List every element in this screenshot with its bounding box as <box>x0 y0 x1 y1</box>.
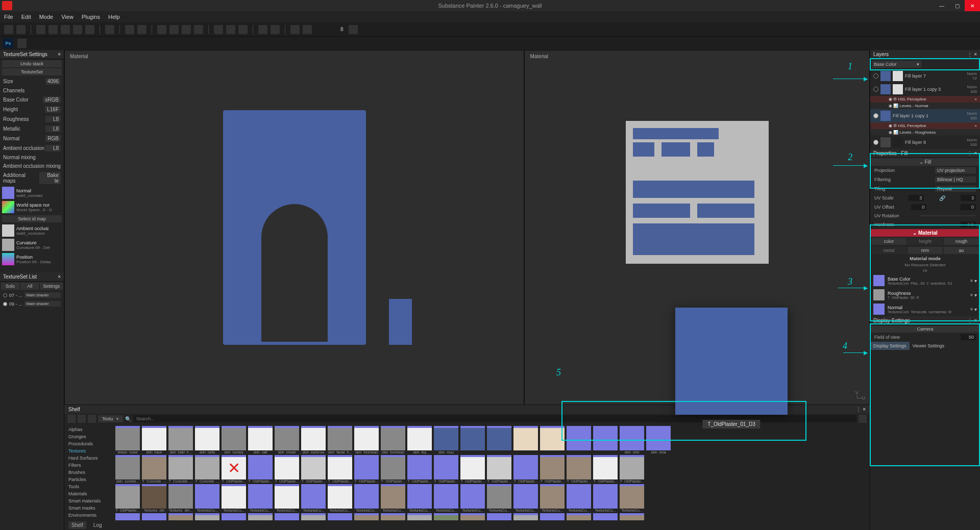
tool-smudge-icon[interactable] <box>61 25 70 34</box>
tool-eraser-icon[interactable] <box>16 25 26 34</box>
shelf-item[interactable] <box>619 513 645 520</box>
shelf-item[interactable] <box>274 513 300 520</box>
shelf-item[interactable]: sheen_noise <box>115 426 140 454</box>
projection-select[interactable]: UV projection <box>935 167 976 173</box>
texset-07[interactable]: 07 - ...Main shader <box>0 291 64 299</box>
tool-polygon-icon[interactable] <box>105 25 114 34</box>
shelf-item[interactable]: skin_calf <box>248 426 273 454</box>
shelf-import-icon[interactable] <box>78 415 86 423</box>
cat-materials[interactable]: Materials <box>66 490 111 497</box>
shelf-item[interactable] <box>593 513 618 520</box>
tool-pick-icon[interactable] <box>137 25 146 34</box>
shelf-item[interactable]: ✕T_OldPlaster... <box>221 455 247 483</box>
shelf-item[interactable] <box>115 513 140 520</box>
shelf-item[interactable] <box>168 513 193 520</box>
shelf-item[interactable]: skin_bald_h... <box>168 426 193 454</box>
shelf-item[interactable]: TexturesCo... <box>460 484 485 512</box>
bake-button[interactable]: Bake te <box>39 172 61 184</box>
layer-fill7[interactable]: Fill layer 7Norm72 <box>870 69 980 83</box>
uvscale-y-input[interactable]: 3 <box>961 195 976 201</box>
camera-section[interactable]: Camera <box>870 325 980 333</box>
layer-effect-icon[interactable] <box>955 61 962 68</box>
cat-smartmat[interactable]: Smart materials <box>66 497 111 504</box>
material-header[interactable]: ⌄ Material <box>870 229 980 237</box>
shelf-item[interactable]: skin_eyebrow <box>301 426 326 454</box>
shelf-item[interactable]: TexturesCo... <box>407 484 432 512</box>
shelf-item[interactable]: T_OldPlaster... <box>460 455 485 483</box>
uvrotation-slider[interactable] <box>920 215 976 216</box>
tool-display-icon[interactable] <box>258 25 267 34</box>
shelf-item[interactable]: skin_forehead <box>380 426 406 454</box>
texset-09[interactable]: 09 - ...Main shader <box>0 299 64 308</box>
tool-symmetry-icon[interactable] <box>125 25 134 34</box>
shelf-item[interactable]: skin_bumpy <box>221 426 247 454</box>
mat-height-button[interactable]: height <box>908 238 943 245</box>
ao-mixing-label[interactable]: Ambient occlusion mixing <box>3 163 61 169</box>
cat-particles[interactable]: Particles <box>66 476 111 483</box>
shelf-item[interactable]: T_OldPlaster... <box>486 455 512 483</box>
tool-brushprev-icon[interactable] <box>349 25 358 34</box>
shelf-menu-icon[interactable]: ⋮ × <box>856 407 866 412</box>
cat-filters[interactable]: Filters <box>66 462 111 469</box>
mat-rough-button[interactable]: rough <box>944 238 979 245</box>
shelf-item[interactable]: TexturesCo... <box>380 484 406 512</box>
layer-dup-icon[interactable] <box>963 61 970 68</box>
shelf-item[interactable]: T_OldPlaster... <box>327 455 353 483</box>
shelf-item[interactable] <box>540 426 565 454</box>
menu-view[interactable]: View <box>61 14 74 20</box>
tool-iray-icon[interactable] <box>214 25 223 34</box>
menu-mode[interactable]: Mode <box>39 14 54 20</box>
slot-roughness[interactable]: RoughnessT_OldPlaster_00_R× ▾ <box>870 288 980 302</box>
shelf-item[interactable]: T_OldPlaster... <box>380 455 406 483</box>
layer-mask-icon[interactable] <box>939 61 946 68</box>
shelf-item[interactable] <box>433 513 459 520</box>
shelf-item[interactable]: T_OldPlaster... <box>115 484 140 512</box>
shelf-item[interactable] <box>407 513 432 520</box>
cat-textures[interactable]: Textures <box>66 447 111 455</box>
tab-shelf[interactable]: Shelf <box>68 521 86 529</box>
uvscale-x-input[interactable]: 3 <box>909 195 924 201</box>
tool-view2-icon[interactable] <box>238 25 248 34</box>
shelf-item[interactable]: TexturesCo... <box>566 484 592 512</box>
ch-metallic[interactable]: Metallic <box>3 126 20 132</box>
cat-brushes[interactable]: Brushes <box>66 469 111 476</box>
shelf-item[interactable]: T_OldPlaster... <box>593 455 618 483</box>
shelf-item[interactable] <box>354 513 379 520</box>
shelf-item[interactable] <box>513 426 538 454</box>
layer-fill-icon[interactable] <box>930 61 938 68</box>
settings-button[interactable]: Settings <box>40 283 63 290</box>
ch-normal[interactable]: Normal <box>3 136 19 141</box>
shelf-item[interactable]: T_OldPlaster... <box>619 455 645 483</box>
shelf-item[interactable]: skin_leg <box>407 426 432 454</box>
shelf-item[interactable]: TexturesCo... <box>221 484 247 512</box>
tool-persp-icon[interactable] <box>271 25 280 34</box>
fill-section-header[interactable]: ⌄ Fill <box>870 158 980 166</box>
layer-fill8[interactable]: Fill layer 8Norm100 <box>870 136 980 149</box>
ch-basecolor[interactable]: Base Color <box>3 97 28 103</box>
fx-hsl-1[interactable]: ◉ ⚙ HSL Perceptive× <box>870 96 980 103</box>
minimize-button[interactable]: — <box>934 0 949 11</box>
cat-procedurals[interactable]: Procedurals <box>66 440 111 447</box>
tool-particle-icon[interactable] <box>85 25 94 34</box>
tab-log[interactable]: Log <box>90 521 105 529</box>
shelf-item[interactable]: skin_cheek <box>274 426 300 454</box>
shelf-item[interactable]: skin_facial_h... <box>327 426 353 454</box>
shelf-item[interactable] <box>593 426 618 454</box>
shelf-item[interactable]: TexturesCo... <box>248 484 273 512</box>
viewport-2d[interactable]: Material T_OldPlaster_01_D3 V└─U <box>524 50 870 405</box>
cat-smartmasks[interactable]: Smart masks <box>66 504 111 512</box>
layer-fillcopy1[interactable]: Fill layer 1 copy 1Norm100 <box>870 109 980 122</box>
shelf-item[interactable]: skin_mou <box>433 426 459 454</box>
shelf-grid-icon[interactable] <box>859 415 867 423</box>
shelf-item[interactable]: Textures_dirt... <box>168 484 193 512</box>
tool-camera-icon[interactable] <box>290 25 300 34</box>
cat-hardsurfaces[interactable]: Hard Surfaces <box>66 455 111 462</box>
export-icon[interactable] <box>17 39 27 48</box>
all-button[interactable]: All <box>20 283 39 290</box>
map-normal[interactable]: Normalwall2_normals <box>0 186 64 200</box>
tool-circ3-icon[interactable] <box>182 25 191 34</box>
cat-tools[interactable]: Tools <box>66 483 111 490</box>
shelf-item[interactable]: T_OldPlaster... <box>433 455 459 483</box>
mat-ao-button[interactable]: ao <box>944 247 979 254</box>
shelf-item[interactable] <box>380 513 406 520</box>
